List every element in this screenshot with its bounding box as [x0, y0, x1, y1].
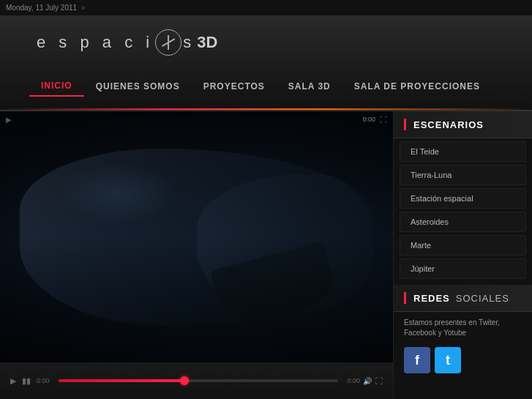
redes-title-light: SOCIALES	[456, 293, 509, 304]
redes-header-bar	[404, 292, 406, 304]
nav-item-inicio[interactable]: INICIO	[29, 76, 84, 97]
escenarios-title: ESCENARIOS	[413, 119, 484, 130]
facebook-icon[interactable]: f	[404, 347, 430, 373]
controls-row: ▶ ▮▮ 0:00 0:00 🔊 ⛶	[7, 375, 386, 387]
nav-item-proyecciones[interactable]: SALA DE PROYECCIONES	[342, 77, 492, 96]
social-description: Estamos presentes en Twiter, Facebook y …	[394, 312, 532, 344]
scenario-item-asteroides[interactable]: Asteroides	[400, 212, 526, 232]
progress-fill	[59, 379, 184, 382]
scenario-item-teide[interactable]: El Teide	[400, 141, 526, 162]
redes-header: REDES SOCIALES	[394, 285, 532, 312]
social-icons-row: f t	[394, 344, 532, 379]
logo-3d-text: 3D	[197, 33, 217, 52]
volume-icon[interactable]: 🔊	[363, 377, 372, 385]
redes-section: REDES SOCIALES Estamos presentes en Twit…	[394, 285, 532, 379]
nav-item-quienes[interactable]: QUIENES SOMOS	[84, 77, 192, 96]
logo-area: e s p a c i s 3D	[37, 29, 217, 56]
whale-light	[59, 162, 177, 225]
video-top-controls: ▶ 0:00 ⛶	[6, 116, 387, 124]
date-display: Monday, 11 July 2011	[6, 4, 77, 12]
nav-item-sala3d[interactable]: SALA 3D	[277, 77, 342, 96]
main-content: ▶ 0:00 ⛶ ▶ ▮▮ 0:00	[0, 111, 532, 399]
redes-title-bold: REDES	[413, 293, 450, 304]
time-current: 0:00	[37, 377, 50, 384]
escenarios-section: ESCENARIOS El Teide Tierra-Luna Estación…	[394, 111, 532, 279]
play-button[interactable]: ▶	[7, 375, 19, 387]
scenario-item-marte[interactable]: Marte	[400, 235, 526, 256]
twitter-icon[interactable]: t	[435, 347, 461, 373]
time-total: 0:00	[347, 377, 360, 384]
fullscreen-button[interactable]: ⛶	[372, 375, 386, 387]
escenarios-header: ESCENARIOS	[394, 111, 532, 138]
logo-text-left: e s p a c i	[37, 33, 154, 52]
scenario-item-estacion[interactable]: Estación espacial	[400, 188, 526, 209]
whale-visual	[0, 111, 393, 362]
video-time-top: 0:00	[362, 116, 375, 124]
progress-bar[interactable]	[59, 379, 339, 382]
video-section: ▶ 0:00 ⛶ ▶ ▮▮ 0:00	[0, 111, 393, 399]
stop-button[interactable]: ▮▮	[19, 375, 34, 387]
logo-circle-icon	[155, 29, 181, 56]
video-ctrl-left[interactable]: ▶	[6, 116, 12, 124]
arrow-icon: »	[81, 4, 86, 12]
video-fullscreen-icon[interactable]: ⛶	[380, 116, 387, 124]
scenario-item-tierra-luna[interactable]: Tierra-Luna	[400, 165, 526, 185]
video-controls: ▶ ▮▮ 0:00 0:00 🔊 ⛶	[0, 362, 393, 399]
header-bar-accent	[404, 119, 406, 130]
header: e s p a c i s 3D INICIO QUIENES SOMOS PR…	[0, 16, 532, 111]
sidebar: ESCENARIOS El Teide Tierra-Luna Estación…	[393, 111, 532, 399]
progress-thumb[interactable]	[180, 376, 189, 385]
video-container[interactable]: ▶ 0:00 ⛶	[0, 111, 393, 362]
logo-text-right: s	[183, 33, 195, 52]
nav: INICIO QUIENES SOMOS PROYECTOS SALA 3D S…	[29, 76, 492, 97]
nav-item-proyectos[interactable]: PROYECTOS	[192, 77, 277, 96]
top-bar: Monday, 11 July 2011 »	[0, 0, 532, 16]
scenario-item-jupiter[interactable]: Júpiter	[400, 258, 526, 279]
